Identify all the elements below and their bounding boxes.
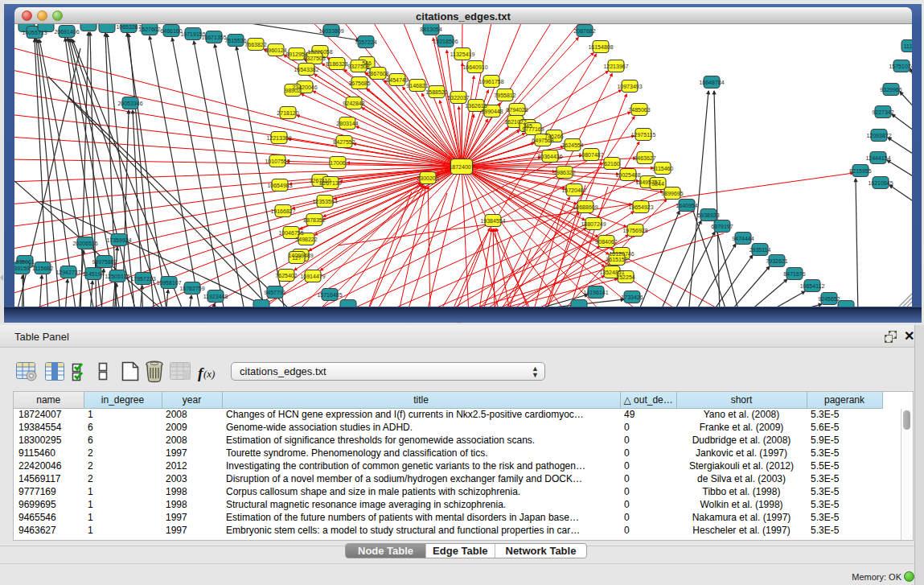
svg-text:5498222: 5498222 xyxy=(295,237,317,242)
svg-text:17359924: 17359924 xyxy=(106,237,131,243)
svg-text:7663822: 7663822 xyxy=(244,42,266,47)
svg-text:9457791: 9457791 xyxy=(264,290,285,295)
svg-text:2300203: 2300203 xyxy=(417,175,438,181)
svg-text:9777169: 9777169 xyxy=(522,126,544,132)
svg-text:3624554: 3624554 xyxy=(561,142,583,148)
svg-text:19384554: 19384554 xyxy=(480,218,505,224)
svg-text:17006: 17006 xyxy=(330,160,346,166)
svg-text:9329966: 9329966 xyxy=(880,87,901,93)
svg-text:7515536: 7515536 xyxy=(224,38,246,43)
svg-text:1527602: 1527602 xyxy=(138,27,160,32)
svg-text:20691406: 20691406 xyxy=(54,29,79,35)
svg-text:8267130: 8267130 xyxy=(319,180,341,186)
svg-text:20053346: 20053346 xyxy=(117,101,142,106)
svg-text:835061: 835061 xyxy=(15,259,34,265)
svg-text:12975115: 12975115 xyxy=(631,132,656,138)
svg-text:1640954: 1640954 xyxy=(676,203,697,208)
svg-text:10654112: 10654112 xyxy=(800,283,825,289)
svg-text:9115460: 9115460 xyxy=(652,166,674,171)
svg-text:1588520: 1588520 xyxy=(425,89,447,95)
svg-text:10961758: 10961758 xyxy=(478,79,503,84)
svg-text:9227342: 9227342 xyxy=(872,109,893,115)
svg-text:8960124: 8960124 xyxy=(265,47,286,53)
svg-text:19218506: 19218506 xyxy=(433,39,458,44)
svg-text:16640910: 16640910 xyxy=(462,64,487,70)
svg-text:9146821: 9146821 xyxy=(406,83,428,89)
svg-text:9327503: 9327503 xyxy=(303,56,325,61)
svg-text:39159: 39159 xyxy=(14,266,30,271)
svg-text:1115682: 1115682 xyxy=(32,266,53,271)
svg-text:5322037: 5322037 xyxy=(447,95,469,101)
svg-text:9899695: 9899695 xyxy=(661,191,683,196)
svg-text:1615152: 1615152 xyxy=(606,257,627,262)
svg-text:11923448: 11923448 xyxy=(203,294,228,299)
svg-text:9245652: 9245652 xyxy=(818,296,840,302)
svg-text:5938923: 5938923 xyxy=(697,212,719,218)
svg-text:10654983: 10654983 xyxy=(267,183,292,188)
svg-text:10807487: 10807487 xyxy=(578,152,603,158)
svg-text:7625402: 7625402 xyxy=(275,273,297,278)
svg-text:10653267: 10653267 xyxy=(116,24,141,30)
svg-text:16648784: 16648784 xyxy=(699,80,724,85)
svg-text:6466160: 6466160 xyxy=(160,28,182,34)
svg-text:12213369: 12213369 xyxy=(266,135,291,141)
svg-text:8454749: 8454749 xyxy=(386,77,408,83)
svg-text:16671355: 16671355 xyxy=(201,35,226,40)
svg-text:15716485: 15716485 xyxy=(317,292,342,298)
svg-text:10958107: 10958107 xyxy=(156,280,181,286)
svg-text:7955812: 7955812 xyxy=(494,93,515,98)
svg-text:9844: 9844 xyxy=(651,181,664,187)
svg-text:7485063: 7485063 xyxy=(628,107,650,113)
svg-text:16120746: 16120746 xyxy=(609,251,634,257)
svg-text:9084067: 9084067 xyxy=(595,239,617,245)
svg-text:9463627: 9463627 xyxy=(634,155,655,161)
svg-text:10973493: 10973493 xyxy=(617,84,642,89)
svg-text:12942737: 12942737 xyxy=(55,270,80,275)
svg-text:7932621: 7932621 xyxy=(766,258,787,264)
svg-text:90975887: 90975887 xyxy=(92,259,117,265)
svg-text:1117: 1117 xyxy=(904,43,912,49)
svg-text:13226058: 13226058 xyxy=(307,49,332,55)
svg-text:8215955: 8215955 xyxy=(849,168,871,174)
svg-text:3675685: 3675685 xyxy=(348,80,370,86)
svg-text:8186328: 8186328 xyxy=(326,61,347,67)
svg-text:9242848: 9242848 xyxy=(343,101,364,106)
svg-text:(x): (x) xyxy=(203,368,215,380)
svg-text:18807249: 18807249 xyxy=(581,221,606,227)
svg-text:9474444: 9474444 xyxy=(732,236,754,241)
svg-text:19756928: 19756928 xyxy=(622,228,647,233)
svg-text:12505135: 12505135 xyxy=(105,274,129,279)
svg-text:2087682: 2087682 xyxy=(573,28,595,34)
svg-text:98902: 98902 xyxy=(285,88,301,93)
svg-text:12093872: 12093872 xyxy=(866,133,891,138)
svg-text:252254: 252254 xyxy=(616,274,634,280)
svg-text:127: 127 xyxy=(292,255,302,261)
svg-text:10025488: 10025488 xyxy=(615,172,640,178)
svg-text:14055713: 14055713 xyxy=(22,30,47,35)
svg-text:20364436: 20364436 xyxy=(537,154,562,159)
svg-text:10688609: 10688609 xyxy=(573,204,598,210)
svg-text:17957223: 17957223 xyxy=(130,276,155,282)
svg-text:2935114: 2935114 xyxy=(749,247,771,253)
svg-text:6794028: 6794028 xyxy=(506,107,528,113)
svg-text:1362615: 1362615 xyxy=(465,103,487,109)
svg-text:8813054: 8813054 xyxy=(420,27,441,32)
svg-text:9327508: 9327508 xyxy=(347,64,369,69)
svg-text:20206536: 20206536 xyxy=(72,241,97,246)
svg-text:8427552: 8427552 xyxy=(333,139,355,145)
svg-text:12213967: 12213967 xyxy=(603,64,628,69)
svg-text:6497568: 6497568 xyxy=(532,138,553,143)
svg-text:62160: 62160 xyxy=(604,161,620,167)
svg-text:16210645: 16210645 xyxy=(868,180,893,186)
svg-text:8878352: 8878352 xyxy=(303,217,325,223)
svg-text:11325419: 11325419 xyxy=(450,51,475,57)
svg-text:16543382: 16543382 xyxy=(294,67,318,72)
svg-text:16033809: 16033809 xyxy=(318,28,343,34)
svg-text:8990448: 8990448 xyxy=(481,109,503,114)
svg-text:19654923: 19654923 xyxy=(628,204,653,210)
svg-text:7986322: 7986322 xyxy=(553,170,575,175)
svg-text:8471676: 8471676 xyxy=(783,271,805,277)
svg-text:18724007: 18724007 xyxy=(449,164,474,170)
svg-text:16154808: 16154808 xyxy=(588,44,613,50)
svg-text:1733426: 1733426 xyxy=(621,295,643,300)
